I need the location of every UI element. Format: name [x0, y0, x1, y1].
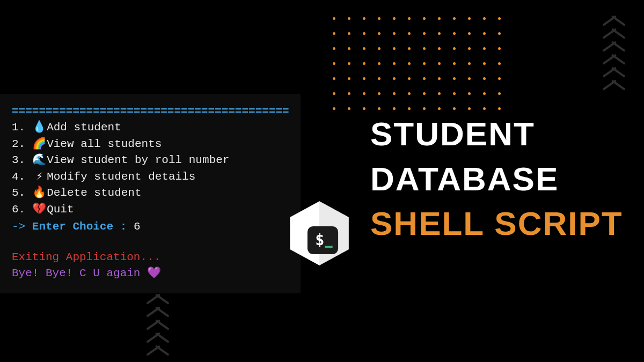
entered-choice: 6 [134, 220, 141, 233]
prompt-arrow-icon: -> [12, 220, 25, 233]
lightning-icon: ⚡ [32, 169, 47, 185]
exit-message: Exiting Application... [12, 249, 289, 265]
menu-item-modify: 4. ⚡Modify student details [12, 169, 289, 185]
title-block: STUDENT DATABASE SHELL SCRIPT [370, 112, 623, 246]
title-line-1: STUDENT [370, 112, 623, 157]
menu-item-delete: 5. 🔥Delete student [12, 185, 289, 201]
fire-icon: 🔥 [32, 185, 47, 201]
title-line-3: SHELL SCRIPT [370, 201, 623, 246]
rainbow-icon: 🌈 [32, 136, 47, 152]
menu-item-add: 1. 💧Add student [12, 120, 289, 136]
wave-icon: 🌊 [32, 152, 47, 168]
purple-heart-icon: 💜 [147, 267, 161, 279]
menu-item-view-by-roll: 3. 🌊View student by roll number [12, 152, 289, 168]
divider-line: ========================================… [12, 104, 289, 120]
decorative-dot-grid [333, 17, 503, 113]
title-line-2: DATABASE [370, 157, 623, 202]
terminal-output: ========================================… [0, 94, 301, 293]
bye-message: Bye! Bye! C U again 💜 [12, 265, 289, 282]
svg-text:$: $ [315, 231, 324, 249]
menu-item-view-all: 2. 🌈View all students [12, 136, 289, 152]
menu-item-quit: 6. 💔Quit [12, 202, 289, 218]
choice-prompt: -> Enter Choice : 6 [12, 219, 289, 235]
water-drop-icon: 💧 [32, 120, 47, 136]
bash-shell-icon: $ [284, 198, 354, 268]
svg-rect-4 [325, 246, 332, 248]
decorative-chevrons-top [600, 10, 628, 87]
broken-heart-icon: 💔 [32, 202, 47, 218]
